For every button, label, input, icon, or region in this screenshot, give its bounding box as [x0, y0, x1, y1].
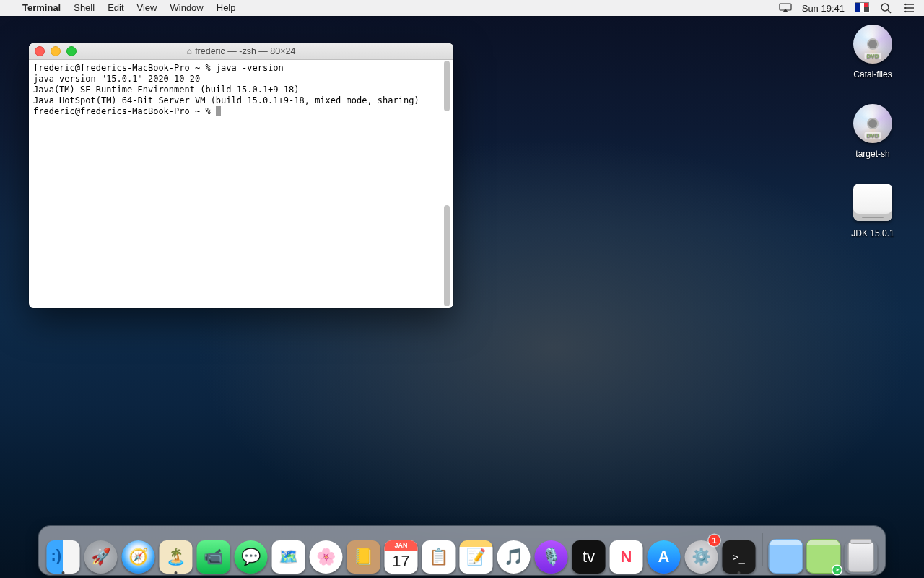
dock-trash[interactable]	[844, 536, 879, 574]
dock-notes[interactable]: 📝	[459, 536, 494, 574]
dock-reminders[interactable]: 📋	[422, 536, 456, 574]
svg-point-8	[905, 7, 907, 9]
menu-window[interactable]: Window	[164, 0, 210, 16]
menubar-clock[interactable]: Sun 19:41	[802, 3, 845, 14]
app-menu-terminal[interactable]: Terminal	[16, 0, 67, 16]
notification-center-icon[interactable]	[902, 1, 915, 14]
desktop-icon-jdk[interactable]: JDK 15.0.1	[840, 184, 905, 238]
window-zoom-button[interactable]	[66, 46, 77, 56]
settings-badge: 1	[709, 535, 720, 546]
desktop-icon-label: Catal-files	[840, 69, 905, 79]
dock-finder[interactable]	[46, 536, 81, 574]
menu-edit[interactable]: Edit	[101, 0, 130, 16]
dock-contacts[interactable]: 📒	[346, 536, 381, 574]
dock-safari[interactable]: 🧭	[121, 536, 156, 574]
terminal-title: ⌂frederic — -zsh — 80×24	[29, 46, 453, 56]
dock-preview[interactable]: 🏝️	[159, 536, 193, 574]
desktop-icon-label: target-sh	[840, 149, 905, 159]
svg-point-9	[905, 11, 907, 13]
dock-messages[interactable]: 💬	[234, 536, 269, 574]
dock-appstore[interactable]: A	[647, 536, 681, 574]
desktop-icon-label: JDK 15.0.1	[840, 228, 905, 238]
menu-shell[interactable]: Shell	[67, 0, 101, 16]
dock-launchpad[interactable]: 🚀	[84, 536, 118, 574]
spotlight-search-icon[interactable]	[879, 1, 892, 14]
menu-help[interactable]: Help	[210, 0, 243, 16]
desktop-icon-catal-files[interactable]: DVD Catal-files	[840, 25, 905, 79]
airplay-icon[interactable]	[779, 1, 792, 14]
dock-appletv[interactable]: tv	[572, 536, 606, 574]
trash-icon	[848, 542, 874, 572]
dock-recent-folder-2[interactable]	[806, 536, 841, 574]
dock-terminal[interactable]: >_	[722, 536, 757, 574]
menu-view[interactable]: View	[131, 0, 164, 16]
desktop[interactable]: Terminal Shell Edit View Window Help Sun…	[0, 0, 924, 578]
svg-point-7	[905, 4, 907, 6]
dock-music[interactable]: 🎵	[497, 536, 531, 574]
terminal-scrollbar[interactable]	[442, 61, 452, 306]
window-minimize-button[interactable]	[51, 46, 61, 56]
home-icon: ⌂	[187, 46, 193, 56]
terminal-titlebar[interactable]: ⌂frederic — -zsh — 80×24	[29, 43, 453, 60]
svg-point-2	[881, 4, 889, 11]
terminal-content[interactable]: frederic@frederics-MacBook-Pro ~ % java …	[29, 60, 453, 309]
dock-podcasts[interactable]: 🎙️	[534, 536, 569, 574]
dock: 🚀 🧭 🏝️ 📹 💬 🗺️ 🌸 📒 JAN17 📋 📝 🎵 🎙️ tv N A …	[39, 526, 886, 575]
dock-calendar[interactable]: JAN17	[384, 536, 419, 574]
dock-recent-folder-1[interactable]	[769, 536, 803, 574]
terminal-cursor	[216, 106, 221, 116]
dock-system-preferences[interactable]: ⚙️1	[684, 536, 719, 574]
dock-news[interactable]: N	[609, 536, 644, 574]
desktop-icon-target-sh[interactable]: DVD target-sh	[840, 104, 905, 159]
download-badge-icon	[833, 566, 842, 574]
dock-maps[interactable]: 🗺️	[271, 536, 306, 574]
svg-line-3	[888, 10, 891, 13]
window-close-button[interactable]	[35, 46, 45, 56]
dock-photos[interactable]: 🌸	[309, 536, 344, 574]
menu-bar: Terminal Shell Edit View Window Help Sun…	[0, 0, 924, 16]
input-source-fr-icon[interactable]	[855, 2, 869, 14]
terminal-window[interactable]: ⌂frederic — -zsh — 80×24 frederic@freder…	[29, 43, 453, 308]
dock-facetime[interactable]: 📹	[196, 536, 231, 574]
dock-separator	[762, 533, 763, 566]
